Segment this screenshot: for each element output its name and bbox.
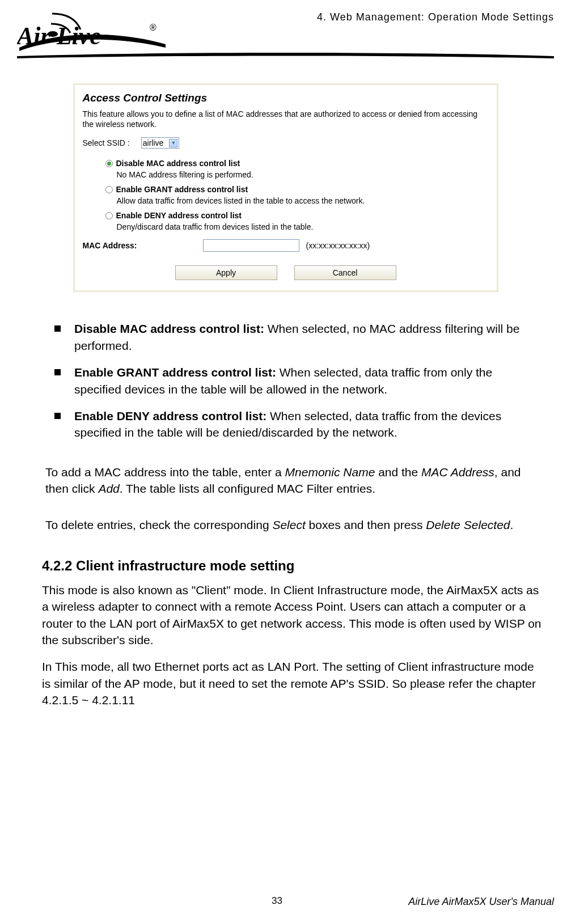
acs-description: This feature allows you to define a list… — [83, 109, 489, 129]
option-grant[interactable]: Enable GRANT address control list — [105, 185, 489, 194]
bullet: Disable MAC address control list: When s… — [54, 320, 537, 354]
bullet-title: Enable GRANT address control list: — [74, 366, 276, 379]
bullet-title: Enable DENY address control list: — [74, 409, 266, 422]
option-disable-label: Disable MAC address control list — [116, 159, 240, 168]
option-grant-desc: Allow data traffic from devices listed i… — [117, 196, 489, 205]
chevron-down-icon: ▼ — [169, 139, 177, 147]
ssid-select[interactable]: airlive ▼ — [141, 137, 180, 149]
chapter-title: 4. Web Management: Operation Mode Settin… — [176, 11, 554, 23]
cancel-button[interactable]: Cancel — [294, 265, 396, 280]
airlive-logo: Air Live ® — [17, 10, 176, 53]
bullet-icon — [54, 369, 61, 375]
radio-icon — [105, 160, 113, 167]
option-disable[interactable]: Disable MAC address control list — [105, 159, 489, 168]
ssid-label: Select SSID : — [83, 138, 130, 147]
svg-text:Air Live: Air Live — [17, 22, 101, 50]
manual-title: AirLive AirMax5X User's Manual — [408, 896, 554, 908]
option-grant-label: Enable GRANT address control list — [116, 185, 248, 194]
option-disable-desc: No MAC address filtering is performed. — [117, 170, 489, 179]
bullet: Enable DENY address control list: When s… — [54, 408, 537, 441]
option-deny-label: Enable DENY address control list — [116, 211, 242, 220]
option-deny-desc: Deny/discard data traffic from devices l… — [117, 222, 489, 231]
apply-button[interactable]: Apply — [175, 265, 277, 280]
acs-title: Access Control Settings — [83, 92, 489, 104]
paragraph-delete: To delete entries, check the correspondi… — [45, 517, 542, 533]
svg-text:®: ® — [150, 23, 156, 32]
ssid-select-value: airlive — [143, 138, 164, 147]
mac-address-input[interactable] — [203, 239, 299, 252]
bullet: Enable GRANT address control list: When … — [54, 364, 537, 397]
bullet-icon — [54, 325, 61, 332]
section-heading: 4.2.2 Client infrastructure mode setting — [42, 558, 542, 574]
bullet-icon — [54, 413, 61, 419]
mac-address-label: MAC Address: — [83, 241, 196, 250]
radio-icon — [105, 212, 113, 219]
section-body: In This mode, all two Ethernet ports act… — [42, 658, 542, 708]
access-control-settings-panel: Access Control Settings This feature all… — [73, 83, 498, 292]
radio-icon — [105, 186, 113, 193]
option-deny[interactable]: Enable DENY address control list — [105, 211, 489, 220]
bullet-title: Disable MAC address control list: — [74, 322, 264, 335]
mac-address-hint: (xx:xx:xx:xx:xx:xx) — [306, 241, 370, 250]
section-body: This mode is also known as "Client" mode… — [42, 582, 542, 649]
paragraph-add: To add a MAC address into the table, ent… — [45, 464, 542, 497]
